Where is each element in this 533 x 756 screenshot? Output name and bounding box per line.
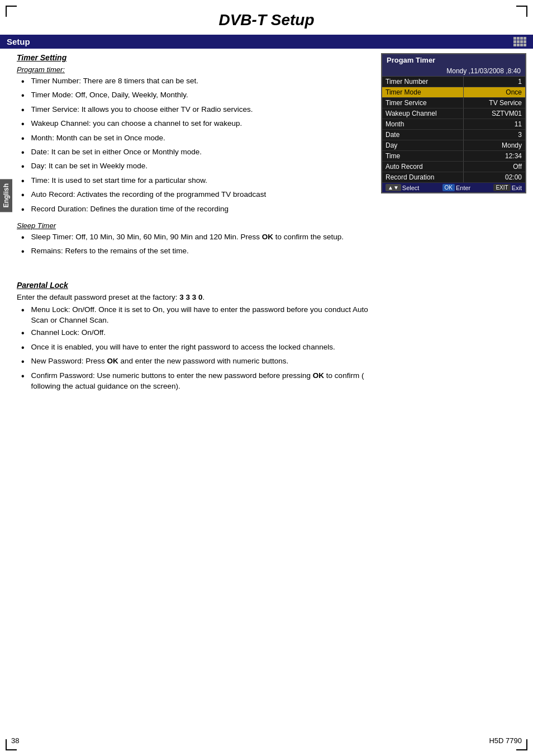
timer-row-wakeup: Wakeup Channel SZTVM01 <box>382 108 525 119</box>
exit-key: EXIT <box>493 184 510 191</box>
timer-date-display: Mondy ,11/03/2008 ,8:40 <box>382 66 525 77</box>
left-column: Timer Setting Program timer: Timer Numbe… <box>17 49 381 397</box>
timer-box: Progam Timer Mondy ,11/03/2008 ,8:40 Tim… <box>381 53 526 193</box>
footer-exit: EXIT Exit <box>493 184 522 191</box>
timer-row-record-duration: Record Duration 02:00 <box>382 172 525 183</box>
timer-row-day: Day Mondy <box>382 140 525 151</box>
page-title: DVB-T Setup <box>0 11 533 29</box>
sleep-timer-title: Sleep Timer <box>17 221 375 230</box>
timer-row-month: Month 11 <box>382 119 525 130</box>
parental-intro: Enter the default password preset at the… <box>17 293 375 301</box>
bullet-timer-service: Timer Service: It allows you to choose e… <box>17 105 375 116</box>
setup-label: Setup <box>7 37 30 46</box>
timer-row-date: Date 3 <box>382 130 525 140</box>
bullet-month: Month: Month can be set in Once mode. <box>17 133 375 145</box>
bullet-timer-number: Timer Number: There are 8 timers that ca… <box>17 76 375 88</box>
corner-tr <box>516 6 527 17</box>
timer-row-mode: Timer Mode Once <box>382 87 525 98</box>
bullet-channel-lock: Channel Lock: On/Off. <box>17 328 375 339</box>
page-header: DVB-T Setup <box>0 0 533 35</box>
footer-select: ▲▼ Select <box>386 184 419 191</box>
timer-box-title: Progam Timer <box>382 54 525 66</box>
sleep-timer-section: Sleep Timer Sleep Timer: Off, 10 Min, 30… <box>17 221 375 258</box>
select-arrow-icon: ▲▼ <box>386 184 401 191</box>
timer-footer: ▲▼ Select OK Enter EXIT Exit <box>382 183 525 192</box>
timer-setting-section: Timer Setting Program timer: Timer Numbe… <box>17 53 375 216</box>
enter-label: Enter <box>456 185 470 191</box>
bullet-date: Date: It can be set in either Once or Mo… <box>17 147 375 159</box>
bullet-auto-record: Auto Record: Activates the recording of … <box>17 190 375 201</box>
parental-lock-title: Parental Lock <box>17 281 375 290</box>
model-number: H5D 7790 <box>489 736 522 745</box>
timer-row-service: Timer Service TV Service <box>382 98 525 108</box>
bullet-sleep-timer: Sleep Timer: Off, 10 Min, 30 Min, 60 Min… <box>17 232 375 244</box>
bullet-day: Day: It can be set in Weekly mode. <box>17 161 375 173</box>
bullet-enabled-lock: Once it is enabled, you will have to ent… <box>17 342 375 354</box>
parental-lock-section: Parental Lock Enter the default password… <box>17 281 375 392</box>
exit-label: Exit <box>512 185 522 191</box>
bullet-new-password: New Password: Press OK and enter the new… <box>17 356 375 368</box>
parental-bullets: Menu Lock: On/Off. Once it is set to On,… <box>17 305 375 392</box>
bullet-record-duration: Record Duration: Defines the duration ti… <box>17 204 375 216</box>
bullet-menu-lock: Menu Lock: On/Off. Once it is set to On,… <box>17 305 375 326</box>
timer-row-auto-record: Auto Record Off <box>382 162 525 172</box>
page-number: 38 <box>11 736 19 745</box>
page-footer: 38 H5D 7790 <box>0 736 533 745</box>
bullet-remains: Remains: Refers to the remains of the se… <box>17 246 375 258</box>
footer-enter: OK Enter <box>442 184 471 191</box>
program-timer-subtitle: Program timer: <box>17 65 375 74</box>
main-content: Timer Setting Program timer: Timer Numbe… <box>10 49 533 397</box>
timer-setting-title: Timer Setting <box>17 53 375 62</box>
setup-bar: Setup <box>0 35 533 49</box>
ok-key: OK <box>442 184 455 191</box>
corner-tl <box>6 6 17 17</box>
bullet-time: Time: It is used to set start time for a… <box>17 176 375 187</box>
timer-row-time: Time 12:34 <box>382 151 525 162</box>
timer-bullets: Timer Number: There are 8 timers that ca… <box>17 76 375 216</box>
bullet-confirm-password: Confirm Password: Use numeric buttons to… <box>17 371 375 392</box>
setup-bar-decoration <box>513 37 526 46</box>
right-panel: Progam Timer Mondy ,11/03/2008 ,8:40 Tim… <box>381 49 526 397</box>
bullet-timer-mode: Timer Mode: Off, Once, Daily, Weekly, Mo… <box>17 90 375 102</box>
english-sidebar-label: English <box>0 179 12 212</box>
timer-row-number: Timer Number 1 <box>382 77 525 87</box>
select-label: Select <box>402 185 420 191</box>
bullet-wakeup-channel: Wakeup Channel: you can choose a channel… <box>17 119 375 130</box>
sleep-bullets: Sleep Timer: Off, 10 Min, 30 Min, 60 Min… <box>17 232 375 258</box>
